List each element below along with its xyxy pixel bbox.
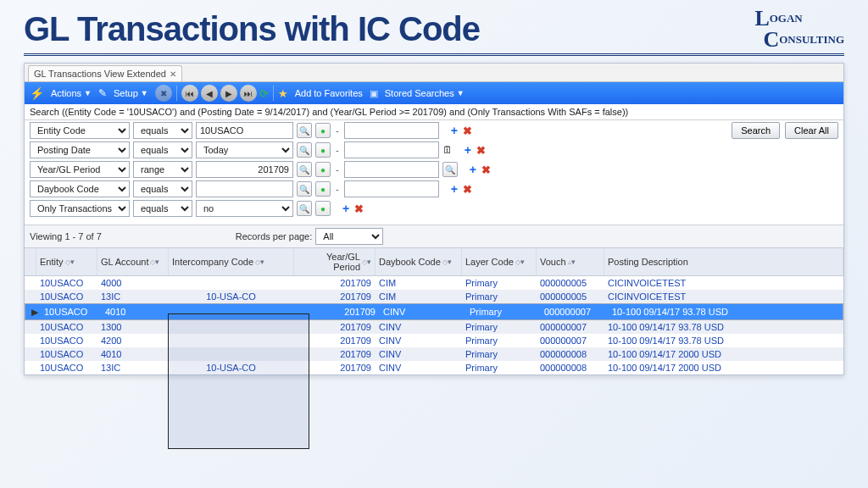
nav-prev-button[interactable]: ◀ [201, 85, 218, 102]
cell-ic-code: 10-USA-CO [169, 290, 294, 303]
value2-input[interactable] [344, 180, 439, 197]
stored-searches-menu[interactable]: Stored Searches▼ [381, 86, 469, 100]
cell-year: 201709 [294, 347, 376, 361]
value2-input[interactable] [344, 161, 439, 178]
value2-input[interactable] [344, 141, 439, 158]
field-select[interactable]: Posting Date [30, 141, 130, 158]
go-icon[interactable]: ● [315, 142, 331, 158]
operator-select[interactable]: equals [133, 122, 192, 139]
remove-criteria-button[interactable]: ✖ [481, 164, 491, 176]
cell-year: 201709 [298, 305, 380, 319]
add-criteria-button[interactable]: + [470, 163, 476, 176]
add-criteria-button[interactable]: + [451, 182, 458, 196]
field-select[interactable]: Daybook Code [30, 180, 130, 197]
refresh-icon[interactable]: ⟳ [259, 87, 269, 100]
cell-layer: Primary [462, 276, 537, 290]
row-indicator: ▶ [29, 307, 41, 318]
cell-description: 10-100 09/14/17 93.78 USD [604, 320, 843, 334]
setup-menu[interactable]: Setup▼ [109, 86, 153, 100]
cell-ic-code: 10-USA-CO [169, 361, 294, 374]
clear-all-button[interactable]: Clear All [785, 122, 838, 139]
operator-select[interactable]: range [133, 161, 192, 178]
cell-account: 4010 [97, 347, 169, 361]
col-entity[interactable]: Entity◇▾ [36, 248, 97, 275]
field-select[interactable]: Entity Code [30, 122, 130, 139]
add-criteria-button[interactable]: + [342, 202, 349, 215]
field-select[interactable]: Only Transactions Wi [30, 200, 130, 217]
search-icon[interactable]: 🔍 [297, 162, 312, 177]
search-icon[interactable]: 🔍 [297, 142, 312, 158]
operator-select[interactable]: equals [133, 200, 192, 217]
remove-criteria-button[interactable]: ✖ [476, 144, 486, 157]
col-intercompany-code[interactable]: Intercompany Code◇▾ [169, 248, 294, 275]
remove-criteria-button[interactable]: ✖ [354, 202, 364, 215]
remove-criteria-button[interactable]: ✖ [463, 183, 472, 196]
value1-select[interactable]: Today [196, 141, 293, 158]
rpp-label: Records per page: [236, 231, 313, 241]
table-row[interactable]: 10USACO4000201709CIMPrimary000000005CICI… [25, 276, 843, 290]
search-row: Year/GL Periodrange🔍●-🔍+✖ [30, 161, 838, 178]
app-window: GL Transactions View Extended ✕ ⚡ Action… [24, 63, 844, 375]
actions-menu[interactable]: Actions▼ [47, 86, 96, 100]
table-row[interactable]: 10USACO13IC10-USA-CO201709CINVPrimary000… [25, 361, 843, 374]
search-button[interactable]: Search [732, 122, 780, 139]
nav-first-button[interactable]: ⏮ [181, 85, 198, 102]
cell-vouch: 000000007 [541, 305, 609, 319]
col-layer-code[interactable]: Layer Code◇▾ [462, 248, 537, 275]
table-row[interactable]: 10USACO4010201709CINVPrimary00000000810-… [25, 347, 843, 361]
wand-icon: ✎ [98, 87, 107, 99]
cell-description: 10-100 09/14/17 2000 USD [604, 361, 843, 374]
records-per-page-select[interactable]: All [315, 228, 383, 245]
nav-next-button[interactable]: ▶ [220, 85, 237, 102]
cell-vouch: 000000007 [537, 320, 604, 334]
add-criteria-button[interactable]: + [465, 143, 471, 157]
operator-select[interactable]: equals [133, 180, 192, 197]
col-posting-description[interactable]: Posting Description [604, 248, 843, 275]
go-icon[interactable]: ● [315, 181, 331, 197]
search-form: Entity Codeequals🔍●-+✖SearchClear AllPos… [25, 120, 843, 225]
search-icon[interactable]: 🔍 [297, 201, 312, 216]
cell-account: 4200 [97, 334, 169, 347]
search-icon[interactable]: 🔍 [297, 181, 312, 197]
field-select[interactable]: Year/GL Period [30, 161, 130, 178]
close-icon[interactable]: ✕ [170, 69, 176, 79]
cell-description: 10-100 09/14/17 93.78 USD [609, 305, 839, 319]
go-icon[interactable]: ● [315, 123, 331, 138]
value1-input[interactable] [196, 180, 293, 197]
table-row[interactable]: ▶10USACO4010201709CINVPrimary00000000710… [25, 303, 843, 320]
table-row[interactable]: 10USACO13IC10-USA-CO201709CIMPrimary0000… [25, 290, 843, 303]
remove-criteria-button[interactable]: ✖ [463, 125, 472, 137]
table-row[interactable]: 10USACO1300201709CINVPrimary00000000710-… [25, 320, 843, 334]
col-daybook-code[interactable]: Daybook Code◇▾ [376, 248, 462, 275]
search-summary-text: Search ((Entity Code = '10USACO') and (P… [25, 104, 843, 120]
cell-description: CICINVOICETEST [604, 276, 843, 290]
cell-entity: 10USACO [36, 347, 97, 361]
cell-description: 10-100 09/14/17 2000 USD [604, 347, 843, 361]
value1-input[interactable] [196, 161, 293, 178]
value1-input[interactable] [196, 122, 293, 139]
col-vouch[interactable]: Vouch▵▾ [537, 248, 604, 275]
go-icon[interactable]: ● [315, 201, 331, 216]
value2-input[interactable] [344, 122, 439, 139]
nav-last-button[interactable]: ⏭ [240, 85, 257, 102]
tab-gl-transactions[interactable]: GL Transactions View Extended ✕ [28, 65, 182, 81]
value1-select[interactable]: no [196, 200, 293, 217]
search-icon[interactable]: 🔍 [297, 123, 312, 138]
go-icon[interactable]: ● [315, 162, 331, 177]
star-icon: ★ [278, 87, 288, 100]
tab-bar: GL Transactions View Extended ✕ [25, 64, 843, 82]
calendar-icon[interactable]: 🗓 [442, 144, 453, 156]
col-year-gl-period[interactable]: Year/GL Period◇▾ [294, 248, 376, 275]
add-criteria-button[interactable]: + [451, 124, 458, 137]
search-icon[interactable]: 🔍 [442, 162, 458, 177]
col-gl-account[interactable]: GL Account◇▾ [97, 248, 169, 275]
add-favorites-button[interactable]: Add to Favorites [291, 86, 367, 100]
cell-layer: Primary [462, 334, 537, 347]
cell-vouch: 000000008 [537, 361, 604, 374]
cell-daybook: CINV [376, 347, 462, 361]
operator-select[interactable]: equals [133, 141, 192, 158]
cell-ic-code [169, 325, 294, 329]
table-row[interactable]: 10USACO4200201709CINVPrimary00000000710-… [25, 334, 843, 347]
cell-daybook: CINV [376, 361, 462, 374]
cell-layer: Primary [462, 347, 537, 361]
